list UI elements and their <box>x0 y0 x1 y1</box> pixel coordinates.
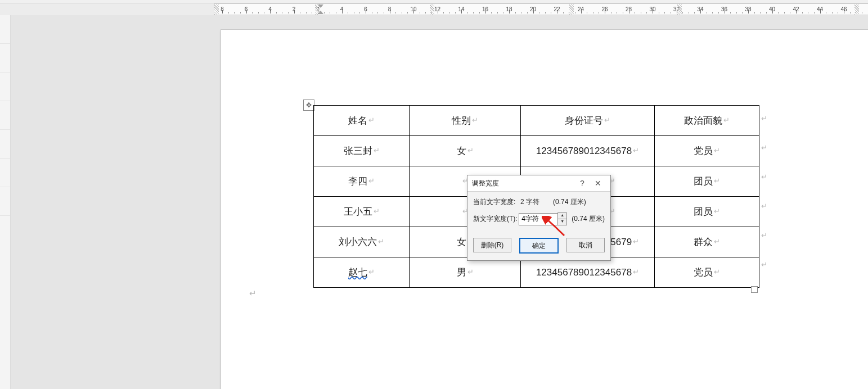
ruler-label: 18 <box>503 4 515 15</box>
ruler-label: 24 <box>575 4 587 15</box>
ruler-label: 6 <box>240 4 253 15</box>
table-cell[interactable]: 团员↵ <box>655 197 759 227</box>
table-cell[interactable]: 李四↵ <box>314 166 410 197</box>
ruler-label: 36 <box>718 4 731 15</box>
table-cell[interactable]: 女↵ <box>410 136 521 166</box>
ruler-label: 46 <box>838 4 850 15</box>
table-cell[interactable]: 123456789012345678↵ <box>521 136 655 166</box>
dialog-titlebar[interactable]: 调整宽度 ? ✕ <box>467 175 610 192</box>
ruler-label: 4 <box>336 4 348 15</box>
table-row: 张三封↵女↵123456789012345678↵党员↵ <box>314 136 759 166</box>
ruler-label: 14 <box>455 4 467 15</box>
ruler-label: 20 <box>527 4 539 15</box>
ruler-label: 30 <box>646 4 659 15</box>
ruler-label: 28 <box>623 4 635 15</box>
ruler-label: 44 <box>814 4 826 15</box>
paragraph-mark: ↵ <box>249 288 257 298</box>
column-marker[interactable] <box>214 4 219 15</box>
table-cell[interactable]: 123456789012345678↵ <box>521 257 655 288</box>
table-cell[interactable]: 王小五↵ <box>314 197 410 227</box>
table-cell[interactable]: 团员↵ <box>655 166 759 197</box>
table-cell[interactable]: 性别↵ <box>410 106 521 136</box>
table-resize-handle[interactable] <box>751 286 758 293</box>
ruler-label: 42 <box>790 4 802 15</box>
new-width-label: 新文字宽度(T): <box>473 214 519 224</box>
table-move-handle-icon[interactable]: ✥ <box>303 99 314 111</box>
cancel-button[interactable]: 取消 <box>566 238 605 252</box>
table-header-row: 姓名↵性别↵身份证号↵政治面貌↵ <box>314 106 759 136</box>
row-end-mark: ↵ <box>761 202 767 210</box>
ruler-label: 2 <box>288 4 300 15</box>
close-icon[interactable]: ✕ <box>590 179 606 188</box>
ruler-label: 8 <box>384 4 396 15</box>
delete-button[interactable]: 删除(R) <box>473 238 511 252</box>
dialog-title: 调整宽度 <box>472 179 574 188</box>
current-width-label: 当前文字宽度: <box>473 197 520 207</box>
row-end-mark: ↵ <box>761 260 767 269</box>
row-end-mark: ↵ <box>761 173 767 181</box>
help-icon[interactable]: ? <box>574 179 590 188</box>
ruler-label: 38 <box>742 4 754 15</box>
indent-marker-bottom[interactable] <box>318 11 323 14</box>
table-cell[interactable]: 赵七↵ <box>314 257 410 288</box>
table-cell[interactable]: 姓名↵ <box>314 106 410 136</box>
table-cell[interactable]: 党员↵ <box>655 136 759 166</box>
ok-button[interactable]: 确定 <box>519 238 559 254</box>
column-marker[interactable] <box>430 4 434 15</box>
ruler-label: 4 <box>264 4 276 15</box>
column-marker[interactable] <box>677 4 682 15</box>
ruler-label: 22 <box>551 4 563 15</box>
table-row: 赵七↵男↵123456789012345678↵党员↵ <box>314 257 759 288</box>
horizontal-ruler[interactable]: 8642246810121416182022242628303234363840… <box>214 3 868 15</box>
row-end-mark: ↵ <box>761 231 767 239</box>
ruler-label: 16 <box>479 4 492 15</box>
table-cell[interactable]: 张三封↵ <box>314 136 410 166</box>
column-marker[interactable] <box>569 4 574 15</box>
width-spinner[interactable]: ▲ ▼ <box>557 212 567 225</box>
row-end-mark: ↵ <box>761 114 767 123</box>
current-width-value: 2 字符 <box>520 197 547 207</box>
ruler-row: 8642246810121416182022242628303234363840… <box>0 3 868 15</box>
column-marker[interactable] <box>854 4 859 15</box>
ruler-label: 26 <box>599 4 611 15</box>
spin-up-icon[interactable]: ▲ <box>557 212 567 219</box>
table-cell[interactable]: 党员↵ <box>655 257 759 288</box>
indent-marker[interactable] <box>318 4 323 8</box>
new-width-cm: (0.74 厘米) <box>572 214 605 224</box>
left-panel-stub <box>0 15 11 389</box>
workspace: ✥ 姓名↵性别↵身份证号↵政治面貌↵张三封↵女↵1234567890123456… <box>10 15 868 389</box>
table-cell[interactable]: 身份证号↵ <box>521 106 655 136</box>
table-cell[interactable]: 政治面貌↵ <box>655 106 759 136</box>
new-width-input[interactable] <box>519 213 558 225</box>
current-width-cm: (0.74 厘米) <box>553 197 586 207</box>
table-cell[interactable]: 男↵ <box>410 257 521 288</box>
table-cell[interactable]: 刘小六六↵ <box>314 227 410 257</box>
ruler-label: 10 <box>407 4 420 15</box>
ruler-label: 34 <box>694 4 707 15</box>
ruler-label: 6 <box>359 4 372 15</box>
spin-down-icon[interactable]: ▼ <box>557 219 567 225</box>
row-end-mark: ↵ <box>761 143 767 152</box>
ruler-label: 40 <box>766 4 779 15</box>
adjust-width-dialog[interactable]: 调整宽度 ? ✕ 当前文字宽度: 2 字符 (0.74 厘米) 新文字宽度(T)… <box>467 175 611 261</box>
table-cell[interactable]: 群众↵ <box>655 227 759 257</box>
